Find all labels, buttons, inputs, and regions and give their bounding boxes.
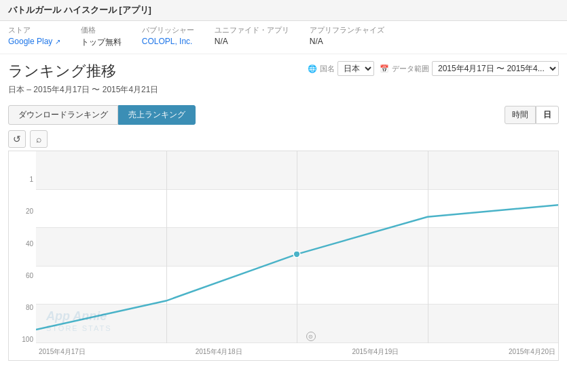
- franchise-label: アプリフランチャイズ: [310, 25, 384, 35]
- app-title-bar: バトルガール ハイスクール [アプリ]: [0, 0, 567, 21]
- store-meta: ストア Google Play ↗: [8, 25, 60, 48]
- hourly-button[interactable]: 時間: [505, 106, 536, 124]
- watermark: App Annie STORE STATS: [46, 309, 112, 333]
- reset-zoom-button[interactable]: ↺: [8, 130, 26, 148]
- y-label-1: 1: [9, 151, 36, 183]
- date-filter-label: データ範囲: [392, 64, 429, 74]
- x-label-apr18: 2015年4月18日: [196, 347, 242, 357]
- store-label: ストア: [8, 25, 60, 35]
- chart-svg: [36, 151, 558, 338]
- daily-button[interactable]: 日: [536, 106, 559, 124]
- meta-row: ストア Google Play ↗ 価格 トップ無料 パブリッシャー COLOP…: [0, 21, 567, 54]
- data-point-apr19: [293, 251, 300, 258]
- store-value: Google Play ↗: [8, 37, 60, 46]
- btn-row: ダウンロードランキング 売上ランキング 時間 日: [0, 102, 567, 128]
- date-select[interactable]: 2015年4月17日 〜 2015年4...: [432, 61, 559, 76]
- chart-controls: ↺ ⌕: [0, 128, 567, 151]
- reset-icon: ↺: [13, 134, 21, 144]
- price-meta: 価格 トップ無料: [81, 25, 122, 48]
- y-label-20: 20: [9, 183, 36, 215]
- watermark-line2: STORE STATS: [46, 324, 112, 333]
- filter-row: 🌐 国名 日本 📅 データ範囲 2015年4月17日 〜 2015年4...: [308, 61, 559, 76]
- franchise-meta: アプリフランチャイズ N/A: [310, 25, 384, 48]
- chart-area: 1 20 40 60 80 100 App Annie STORE STATS …: [8, 151, 559, 361]
- publisher-value: COLOPL, Inc.: [142, 37, 194, 46]
- zoom-indicator: ⊙: [306, 332, 316, 341]
- price-label: 価格: [81, 25, 122, 35]
- ranking-line: [36, 205, 558, 330]
- country-filter-group: 🌐 国名 日本: [308, 61, 374, 76]
- external-link-icon: ↗: [55, 38, 60, 45]
- app-title: バトルガール ハイスクール [アプリ]: [8, 5, 151, 15]
- revenue-ranking-button[interactable]: 売上ランキング: [118, 105, 196, 125]
- x-label-apr20: 2015年4月20日: [509, 347, 555, 357]
- download-ranking-button[interactable]: ダウンロードランキング: [8, 105, 118, 125]
- ranking-title: ランキング推移: [8, 61, 116, 81]
- unified-meta: ユニファイド・アプリ N/A: [215, 25, 289, 48]
- franchise-value: N/A: [310, 37, 384, 46]
- y-label-100: 100: [9, 311, 36, 343]
- y-label-40: 40: [9, 215, 36, 247]
- country-filter-label: 国名: [320, 64, 335, 74]
- publisher-link[interactable]: COLOPL, Inc.: [142, 37, 193, 46]
- time-period-buttons: 時間 日: [505, 106, 559, 124]
- ranking-title-block: ランキング推移: [8, 61, 116, 81]
- unified-label: ユニファイド・アプリ: [215, 25, 289, 35]
- price-value: トップ無料: [81, 37, 122, 48]
- date-filter-group: 📅 データ範囲 2015年4月17日 〜 2015年4...: [380, 61, 559, 76]
- x-label-apr19: 2015年4月19日: [352, 347, 399, 357]
- x-axis: 2015年4月17日 2015年4月18日 2015年4月19日 2015年4月…: [36, 343, 558, 360]
- zoom-icon: ⌕: [36, 134, 41, 144]
- zoom-button[interactable]: ⌕: [30, 130, 48, 148]
- country-icon: 🌐: [308, 64, 317, 73]
- y-axis: 1 20 40 60 80 100: [9, 151, 36, 343]
- y-label-60: 60: [9, 248, 36, 279]
- unified-value: N/A: [215, 37, 289, 46]
- ranking-subtitle: 日本 – 2015年4月17日 〜 2015年4月21日: [0, 84, 567, 102]
- store-link[interactable]: Google Play: [8, 37, 52, 46]
- calendar-icon: 📅: [380, 64, 389, 73]
- country-select[interactable]: 日本: [337, 61, 374, 76]
- x-label-apr17: 2015年4月17日: [39, 347, 86, 357]
- publisher-meta: パブリッシャー COLOPL, Inc.: [142, 25, 194, 48]
- watermark-line1: App Annie: [46, 309, 112, 324]
- publisher-label: パブリッシャー: [142, 25, 194, 35]
- ranking-header: ランキング推移 🌐 国名 日本 📅 データ範囲 2015年4月17日 〜 201…: [0, 54, 567, 84]
- y-label-80: 80: [9, 279, 36, 311]
- ranking-type-buttons: ダウンロードランキング 売上ランキング: [8, 105, 196, 125]
